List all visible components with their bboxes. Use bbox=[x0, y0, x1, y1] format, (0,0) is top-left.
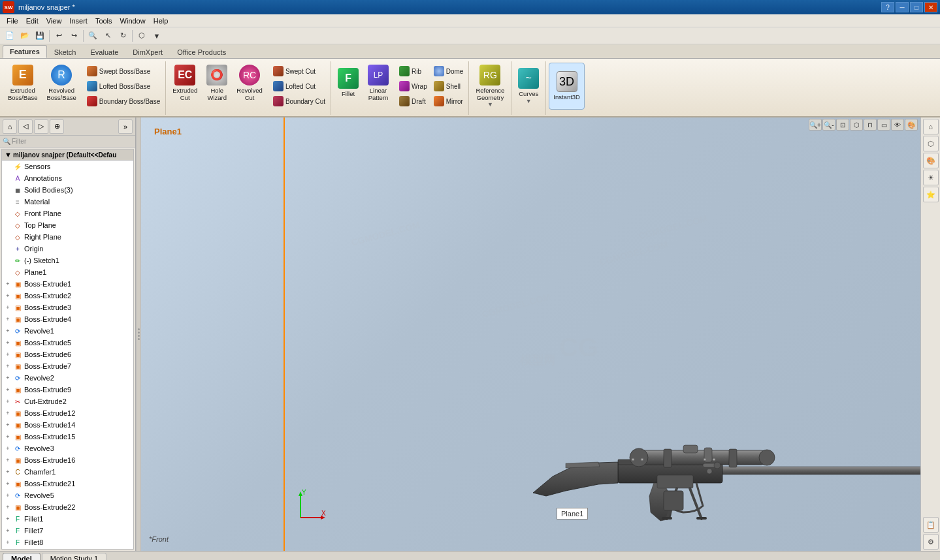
tree-item[interactable]: + ▣ Boss-Extrude3 bbox=[2, 302, 133, 313]
tab-sketch[interactable]: Sketch bbox=[47, 46, 84, 58]
view3d-button[interactable]: ⬡ bbox=[135, 29, 149, 42]
right-appear-button[interactable]: 🎨 bbox=[923, 153, 939, 168]
tree-item[interactable]: + F Fillet7 bbox=[2, 525, 133, 537]
tree-item[interactable]: + ✂ Cut-Extrude2 bbox=[2, 396, 133, 407]
tree-item[interactable]: + ▣ Boss-Extrude22 bbox=[2, 501, 133, 513]
hole-wizard-button[interactable]: ⭕ HoleWizard bbox=[203, 63, 231, 103]
draft-button[interactable]: Draft bbox=[397, 94, 430, 108]
edit-appear-button[interactable]: 🎨 bbox=[905, 119, 918, 131]
tree-item[interactable]: + C Chamfer4 bbox=[2, 548, 133, 550]
tree-item[interactable]: + ⟳ Revolve1 bbox=[2, 325, 133, 337]
extruded-boss-base-button[interactable]: E ExtrudedBoss/Base bbox=[4, 63, 41, 103]
menu-view[interactable]: View bbox=[42, 16, 66, 26]
tree-item[interactable]: + Origin bbox=[2, 243, 133, 255]
linear-pattern-button[interactable]: LP LinearPattern bbox=[364, 63, 393, 103]
wrap-button[interactable]: Wrap bbox=[397, 79, 430, 93]
tree-item[interactable]: + ⟳ Revolve3 bbox=[2, 443, 133, 454]
tree-item[interactable]: ◇ Plane1 bbox=[2, 266, 133, 278]
instant3d-button[interactable]: 3D Instant3D bbox=[549, 63, 585, 110]
dome-button[interactable]: Dome bbox=[431, 64, 466, 78]
right-custom-button[interactable]: ⚙ bbox=[923, 534, 939, 550]
view-options-button[interactable]: ▼ bbox=[150, 29, 164, 42]
panel-expand-button[interactable]: » bbox=[118, 119, 133, 134]
tab-dimxpert[interactable]: DimXpert bbox=[125, 46, 170, 58]
menu-insert[interactable]: Insert bbox=[65, 16, 91, 26]
tab-features[interactable]: Features bbox=[3, 45, 47, 58]
tab-motion-study[interactable]: Motion Study 1 bbox=[42, 553, 106, 560]
tree-item[interactable]: A Annotations bbox=[2, 172, 133, 184]
curves-button[interactable]: ~ Curves ▼ bbox=[514, 63, 543, 110]
tree-item[interactable]: + ▣ Boss-Extrude12 bbox=[2, 407, 133, 419]
tree-item[interactable]: ◇ Right Plane bbox=[2, 231, 133, 243]
panel-forward-button[interactable]: ▷ bbox=[34, 119, 48, 134]
right-task-button[interactable]: 📋 bbox=[923, 517, 939, 533]
tree-item[interactable]: ◼ Solid Bodies(3) bbox=[2, 184, 133, 196]
panel-filter-button[interactable]: ⊕ bbox=[50, 119, 64, 134]
panel-splitter[interactable] bbox=[136, 117, 141, 551]
section-view-button[interactable]: ⊓ bbox=[864, 119, 877, 131]
tree-item[interactable]: + ▣ Boss-Extrude5 bbox=[2, 337, 133, 349]
select-button[interactable]: ↖ bbox=[101, 29, 115, 42]
save-button[interactable]: 💾 bbox=[33, 29, 47, 42]
reference-geometry-button[interactable]: RG ReferenceGeometry ▼ bbox=[472, 63, 508, 110]
help-button[interactable]: ? bbox=[881, 2, 894, 12]
zoom-in-button[interactable]: 🔍+ bbox=[809, 119, 822, 131]
right-scene-button[interactable]: ☀ bbox=[923, 170, 939, 185]
extruded-cut-button[interactable]: EC ExtrudedCut bbox=[169, 63, 201, 103]
zoom-fit-button[interactable]: ⊡ bbox=[836, 119, 849, 131]
revolved-cut-button[interactable]: RC RevolvedCut bbox=[233, 63, 267, 103]
tree-item[interactable]: ◇ Top Plane bbox=[2, 219, 133, 231]
undo-button[interactable]: ↩ bbox=[52, 29, 66, 42]
zoom-button[interactable]: 🔍 bbox=[86, 29, 100, 42]
tree-item[interactable]: + F Fillet8 bbox=[2, 537, 133, 548]
tree-item[interactable]: + ▣ Boss-Extrude6 bbox=[2, 349, 133, 360]
tree-item[interactable]: + ▣ Boss-Extrude1 bbox=[2, 278, 133, 290]
swept-boss-base-button[interactable]: Swept Boss/Base bbox=[84, 64, 163, 78]
boundary-boss-base-button[interactable]: Boundary Boss/Base bbox=[84, 94, 163, 108]
tree-item[interactable]: + ▣ Boss-Extrude7 bbox=[2, 360, 133, 372]
feature-tree[interactable]: ▼ miljanov snajper (Default<<Defau ⚡ Sen… bbox=[1, 149, 134, 550]
menu-window[interactable]: Window bbox=[116, 16, 150, 26]
tree-item[interactable]: ✏ (-) Sketch1 bbox=[2, 255, 133, 266]
display-style-button[interactable]: ▭ bbox=[877, 119, 890, 131]
tree-item[interactable]: + ▣ Boss-Extrude2 bbox=[2, 290, 133, 302]
right-view-button[interactable]: ⬡ bbox=[923, 136, 939, 151]
rotate-button[interactable]: ↻ bbox=[116, 29, 130, 42]
tree-item[interactable]: + ⟳ Revolve2 bbox=[2, 372, 133, 384]
tree-item[interactable]: + ▣ Boss-Extrude9 bbox=[2, 384, 133, 396]
new-button[interactable]: 📄 bbox=[3, 29, 17, 42]
tree-item[interactable]: ≡ Material bbox=[2, 196, 133, 208]
shell-button[interactable]: Shell bbox=[431, 79, 466, 93]
redo-button[interactable]: ↪ bbox=[67, 29, 81, 42]
tree-item[interactable]: ⚡ Sensors bbox=[2, 161, 133, 172]
tree-item[interactable]: + ▣ Boss-Extrude21 bbox=[2, 478, 133, 490]
menu-help[interactable]: Help bbox=[150, 16, 172, 26]
fillet-button[interactable]: F Fillet bbox=[334, 63, 363, 103]
lofted-boss-base-button[interactable]: Lofted Boss/Base bbox=[84, 79, 163, 93]
menu-file[interactable]: File bbox=[3, 16, 22, 26]
viewport[interactable]: Plane1 CGMODEL.COM CGMODEL.COM CGMODEL.C… bbox=[141, 117, 920, 551]
panel-back-button[interactable]: ◁ bbox=[18, 119, 33, 134]
tree-item[interactable]: + F Fillet1 bbox=[2, 513, 133, 525]
lofted-cut-button[interactable]: Lofted Cut bbox=[270, 79, 328, 93]
boundary-cut-button[interactable]: Boundary Cut bbox=[270, 94, 328, 108]
menu-tools[interactable]: Tools bbox=[91, 16, 116, 26]
open-button[interactable]: 📂 bbox=[18, 29, 32, 42]
rib-button[interactable]: Rib bbox=[397, 64, 430, 78]
swept-cut-button[interactable]: Swept Cut bbox=[270, 64, 328, 78]
view-orient-button[interactable]: ⬡ bbox=[850, 119, 863, 131]
mirror-button[interactable]: Mirror bbox=[431, 94, 466, 108]
tree-item[interactable]: + ▣ Boss-Extrude14 bbox=[2, 419, 133, 431]
tree-item[interactable]: + ▣ Boss-Extrude15 bbox=[2, 431, 133, 443]
restore-button[interactable]: □ bbox=[910, 2, 923, 12]
tab-evaluate[interactable]: Evaluate bbox=[84, 46, 126, 58]
minimize-button[interactable]: ─ bbox=[896, 2, 909, 12]
hide-show-button[interactable]: 👁 bbox=[891, 119, 904, 131]
tree-item[interactable]: ◇ Front Plane bbox=[2, 208, 133, 219]
right-realview-button[interactable]: ⭐ bbox=[923, 187, 939, 202]
tab-model[interactable]: Model bbox=[3, 553, 41, 560]
close-button[interactable]: ✕ bbox=[924, 2, 937, 12]
tree-item[interactable]: + ▣ Boss-Extrude16 bbox=[2, 454, 133, 466]
menu-edit[interactable]: Edit bbox=[22, 16, 42, 26]
panel-home-button[interactable]: ⌂ bbox=[3, 119, 17, 134]
